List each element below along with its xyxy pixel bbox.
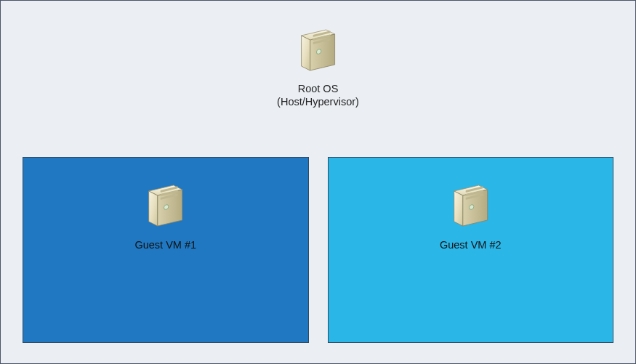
guest-vm-2-label: Guest VM #2 xyxy=(440,239,502,251)
root-os-label-line1: Root OS xyxy=(298,83,339,94)
guest-vm-1-box: Guest VM #1 xyxy=(23,157,309,343)
svg-marker-10 xyxy=(149,191,158,226)
server-tower-icon xyxy=(145,219,187,231)
svg-marker-17 xyxy=(454,191,462,226)
root-os-node: Root OS (Host/Hypervisor) xyxy=(277,28,359,108)
root-os-label: Root OS (Host/Hypervisor) xyxy=(277,82,359,108)
guest-vm-2-node: Guest VM #2 xyxy=(440,184,502,251)
server-tower-icon xyxy=(449,219,491,231)
svg-marker-3 xyxy=(301,36,310,70)
guest-vm-1-node: Guest VM #1 xyxy=(134,184,196,251)
root-os-label-line2: (Host/Hypervisor) xyxy=(277,96,359,108)
vm-row: Guest VM #1 xyxy=(23,157,613,343)
server-tower-icon xyxy=(297,63,339,76)
guest-vm-2-box: Guest VM #2 xyxy=(328,157,614,343)
guest-vm-1-label: Guest VM #1 xyxy=(134,239,196,251)
diagram-canvas: Root OS (Host/Hypervisor) xyxy=(0,0,636,364)
